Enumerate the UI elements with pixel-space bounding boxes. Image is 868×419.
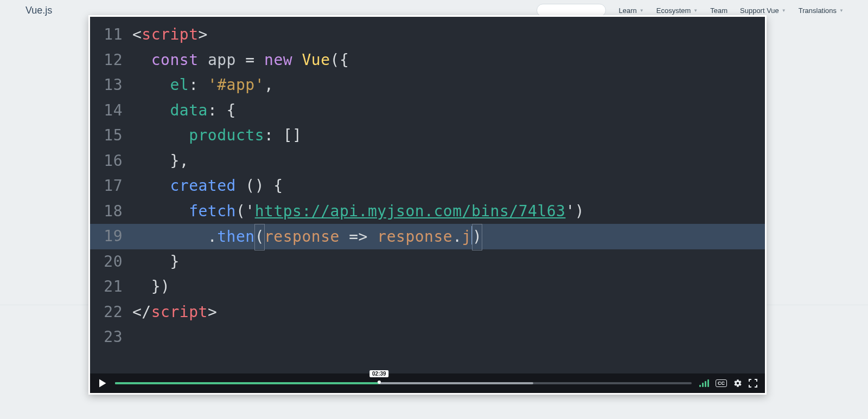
line-number: 21 [90, 274, 132, 300]
chevron-down-icon: ▼ [693, 8, 698, 13]
nav-items: Learn▼Ecosystem▼TeamSupport Vue▼Translat… [619, 7, 844, 15]
chevron-down-icon: ▼ [839, 8, 844, 13]
line-number: 22 [90, 300, 132, 325]
code-content: </script> [132, 300, 217, 325]
code-content: }, [132, 149, 189, 174]
line-number: 19 [90, 224, 132, 249]
code-line: 20 } [90, 249, 765, 275]
nav-item-translations[interactable]: Translations▼ [799, 7, 844, 15]
code-line: 16 }, [90, 149, 765, 174]
code-content: created () { [132, 173, 283, 199]
chevron-down-icon: ▼ [640, 8, 644, 13]
fullscreen-button[interactable] [749, 379, 757, 388]
nav-item-team[interactable]: Team [710, 7, 727, 15]
code-line: 22</script> [90, 300, 765, 325]
code-line: 15 products: [] [90, 123, 765, 149]
line-number: 12 [90, 48, 132, 73]
line-number: 23 [90, 325, 132, 350]
chevron-down-icon: ▼ [782, 8, 786, 13]
code-content: }) [132, 274, 170, 300]
code-content: data: { [132, 98, 236, 124]
quality-indicator-icon[interactable] [699, 379, 709, 387]
code-content: .then(response => response.j) [132, 224, 482, 250]
nav-item-ecosystem[interactable]: Ecosystem▼ [656, 7, 698, 15]
brand-logo[interactable]: Vue.js [25, 5, 52, 16]
line-number: 16 [90, 149, 132, 174]
player-controls: 02:39 CC [90, 373, 765, 393]
play-button[interactable] [98, 378, 107, 388]
line-number: 13 [90, 73, 132, 98]
code-content: <script> [132, 22, 208, 48]
code-line: 21 }) [90, 274, 765, 300]
code-line: 14 data: { [90, 98, 765, 124]
line-number: 20 [90, 249, 132, 275]
code-content: fetch('https://api.myjson.com/bins/74l63… [132, 199, 584, 224]
code-line: 11<script> [90, 22, 765, 48]
progress-head[interactable] [378, 381, 381, 384]
code-content: products: [] [132, 123, 302, 149]
code-line: 23 [90, 325, 765, 350]
code-content: } [132, 249, 180, 275]
video-player: 11<script>12 const app = new Vue({13 el:… [88, 15, 767, 395]
time-tooltip: 02:39 [369, 370, 389, 377]
code-line: 12 const app = new Vue({ [90, 48, 765, 73]
code-content: const app = new Vue({ [132, 48, 349, 73]
code-viewport: 11<script>12 const app = new Vue({13 el:… [90, 17, 765, 373]
nav-item-support-vue[interactable]: Support Vue▼ [740, 7, 786, 15]
code-content: el: '#app', [132, 73, 273, 98]
code-line: 18 fetch('https://api.myjson.com/bins/74… [90, 199, 765, 224]
code-line: 13 el: '#app', [90, 73, 765, 98]
line-number: 18 [90, 199, 132, 224]
progress-bar[interactable]: 02:39 [115, 381, 692, 385]
settings-button[interactable] [733, 379, 742, 388]
code-line: 17 created () { [90, 173, 765, 199]
captions-button[interactable]: CC [716, 379, 727, 387]
nav-item-learn[interactable]: Learn▼ [619, 7, 644, 15]
line-number: 11 [90, 22, 132, 48]
progress-played [115, 382, 379, 384]
line-number: 15 [90, 123, 132, 149]
line-number: 14 [90, 98, 132, 124]
line-number: 17 [90, 173, 132, 199]
code-line: 19 .then(response => response.j) [90, 224, 765, 249]
